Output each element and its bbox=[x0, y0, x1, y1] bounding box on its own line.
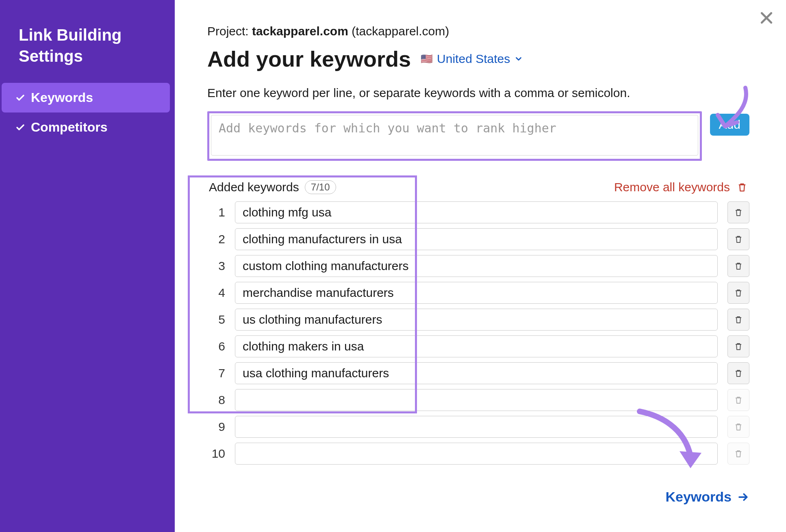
delete-keyword-button bbox=[727, 443, 749, 465]
keyword-input[interactable] bbox=[235, 335, 718, 357]
sidebar-title-line1: Link Building bbox=[19, 24, 156, 45]
page-title: Add your keywords bbox=[207, 46, 411, 71]
footer-row: Keywords bbox=[207, 489, 749, 505]
keyword-row: 4 bbox=[207, 282, 749, 304]
add-keyword-highlight bbox=[207, 111, 702, 161]
next-keywords-link[interactable]: Keywords bbox=[666, 489, 750, 505]
delete-keyword-button[interactable] bbox=[727, 201, 749, 223]
delete-keyword-button[interactable] bbox=[727, 255, 749, 277]
flag-icon: 🇺🇸 bbox=[421, 54, 433, 64]
delete-keyword-button[interactable] bbox=[727, 362, 749, 384]
trash-icon bbox=[734, 342, 743, 351]
added-keywords-label-group: Added keywords 7/10 bbox=[209, 180, 336, 194]
add-button[interactable]: Add bbox=[710, 114, 749, 136]
trash-icon bbox=[734, 395, 743, 405]
delete-keyword-button bbox=[727, 389, 749, 411]
keyword-row: 6 bbox=[207, 335, 749, 357]
keyword-input[interactable] bbox=[235, 255, 718, 277]
delete-keyword-button[interactable] bbox=[727, 309, 749, 331]
keyword-input[interactable] bbox=[235, 416, 718, 438]
keyword-row: 10 bbox=[207, 443, 749, 465]
keyword-number: 9 bbox=[207, 420, 225, 434]
keyword-input[interactable] bbox=[235, 443, 718, 465]
trash-icon bbox=[734, 261, 743, 271]
sidebar-title: Link Building Settings bbox=[0, 24, 175, 83]
sidebar-item-label: Keywords bbox=[31, 90, 93, 105]
keyword-number: 10 bbox=[207, 447, 225, 461]
keyword-number: 5 bbox=[207, 313, 225, 327]
project-line: Project: tackapparel.com (tackapparel.co… bbox=[207, 24, 749, 38]
delete-keyword-button bbox=[727, 416, 749, 438]
project-prefix: Project: bbox=[207, 24, 252, 38]
remove-all-keywords-button[interactable]: Remove all keywords bbox=[614, 180, 748, 194]
keyword-input[interactable] bbox=[235, 362, 718, 384]
add-keyword-row: Add bbox=[207, 111, 749, 161]
keyword-row: 8 bbox=[207, 389, 749, 411]
keywords-list: 12345678910 bbox=[207, 201, 749, 465]
keyword-row: 2 bbox=[207, 228, 749, 250]
delete-keyword-button[interactable] bbox=[727, 335, 749, 357]
instructions-text: Enter one keyword per line, or separate … bbox=[207, 86, 749, 100]
sidebar-item-keywords[interactable]: Keywords bbox=[2, 83, 170, 112]
page-heading-row: Add your keywords 🇺🇸 United States bbox=[207, 46, 749, 71]
keyword-input[interactable] bbox=[235, 201, 718, 223]
keyword-row: 5 bbox=[207, 309, 749, 331]
trash-icon bbox=[734, 208, 743, 217]
arrow-right-icon bbox=[737, 491, 749, 503]
keyword-number: 2 bbox=[207, 232, 225, 246]
location-label: United States bbox=[437, 52, 510, 66]
keyword-row: 7 bbox=[207, 362, 749, 384]
keyword-input[interactable] bbox=[235, 309, 718, 331]
keyword-input[interactable] bbox=[235, 228, 718, 250]
remove-all-label: Remove all keywords bbox=[614, 180, 730, 194]
trash-icon bbox=[734, 288, 743, 298]
keyword-number: 8 bbox=[207, 393, 225, 407]
keyword-row: 1 bbox=[207, 201, 749, 223]
add-keyword-input[interactable] bbox=[211, 115, 698, 156]
added-keywords-count: 7/10 bbox=[305, 180, 336, 194]
keyword-number: 6 bbox=[207, 340, 225, 353]
keyword-input[interactable] bbox=[235, 389, 718, 411]
project-domain: tackapparel.com bbox=[252, 24, 348, 38]
delete-keyword-button[interactable] bbox=[727, 228, 749, 250]
main-content: Project: tackapparel.com (tackapparel.co… bbox=[175, 0, 786, 532]
keyword-number: 4 bbox=[207, 286, 225, 300]
trash-icon bbox=[734, 315, 743, 324]
trash-icon bbox=[736, 182, 748, 193]
delete-keyword-button[interactable] bbox=[727, 282, 749, 304]
trash-icon bbox=[734, 422, 743, 432]
close-icon bbox=[758, 10, 775, 26]
trash-icon bbox=[734, 234, 743, 244]
keyword-number: 7 bbox=[207, 366, 225, 380]
keyword-number: 1 bbox=[207, 205, 225, 219]
check-icon bbox=[15, 93, 25, 103]
trash-icon bbox=[734, 368, 743, 378]
next-link-label: Keywords bbox=[666, 489, 732, 505]
project-parens: (tackapparel.com) bbox=[348, 24, 449, 38]
added-keywords-header: Added keywords 7/10 Remove all keywords bbox=[207, 180, 749, 194]
sidebar-item-label: Competitors bbox=[31, 120, 107, 135]
keyword-input[interactable] bbox=[235, 282, 718, 304]
keyword-number: 3 bbox=[207, 259, 225, 273]
sidebar-title-line2: Settings bbox=[19, 45, 156, 67]
chevron-down-icon bbox=[514, 54, 523, 63]
keyword-row: 3 bbox=[207, 255, 749, 277]
keyword-row: 9 bbox=[207, 416, 749, 438]
close-button[interactable] bbox=[758, 10, 775, 26]
trash-icon bbox=[734, 449, 743, 458]
location-picker[interactable]: 🇺🇸 United States bbox=[421, 52, 523, 66]
check-icon bbox=[15, 123, 25, 132]
sidebar: Link Building Settings Keywords Competit… bbox=[0, 0, 175, 532]
added-keywords-label: Added keywords bbox=[209, 180, 299, 194]
sidebar-item-competitors[interactable]: Competitors bbox=[2, 112, 170, 142]
